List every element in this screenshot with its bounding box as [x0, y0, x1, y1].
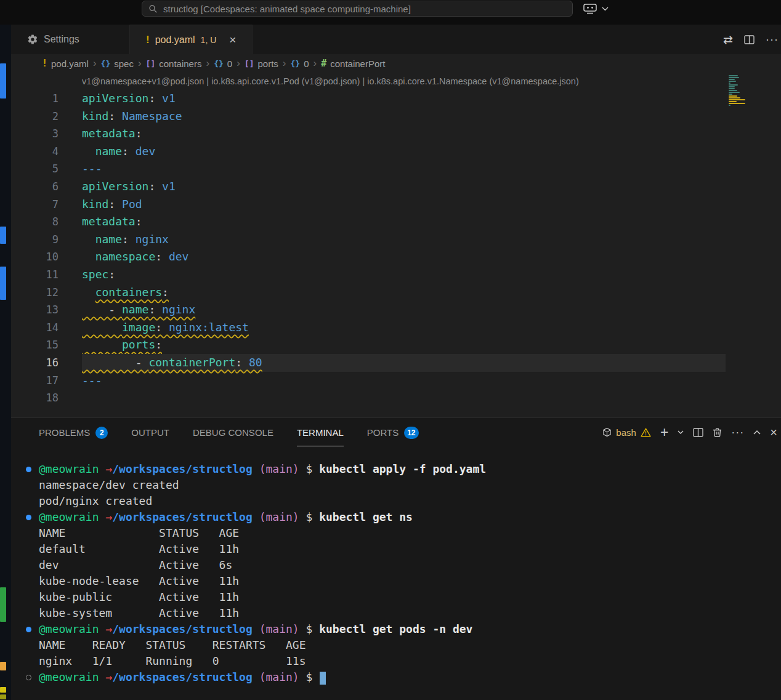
tab-ports[interactable]: PORTS 12 [367, 418, 419, 446]
breadcrumb: ! pod.yaml › {} spec › [] containers › {… [11, 54, 781, 73]
tab-terminal[interactable]: TERMINAL [297, 418, 344, 446]
editor-lines: 1apiVersion: v12kind: Namespace3metadata… [11, 90, 781, 407]
editor-line[interactable]: 7kind: Pod [11, 196, 781, 214]
yaml-schema-lens[interactable]: v1@namespace+v1@pod.json | io.k8s.api.co… [11, 73, 726, 90]
breadcrumb-item-0b[interactable]: {} 0 [291, 58, 309, 69]
terminal-line: kube-system Active 11h [39, 605, 781, 621]
split-editor-icon[interactable] [744, 35, 755, 44]
chevron-separator-icon: › [138, 57, 142, 70]
editor-line[interactable]: 18 [11, 389, 781, 407]
panel-tab-label: PROBLEMS [39, 427, 90, 438]
code-text: containers: [82, 284, 726, 302]
editor-line[interactable]: 15 ports: [11, 336, 781, 354]
editor-line[interactable]: 17--- [11, 372, 781, 390]
line-number: 1 [11, 90, 59, 108]
command-success-decoration[interactable] [26, 627, 31, 632]
line-number: 8 [11, 213, 59, 231]
breadcrumb-label: containers [159, 58, 201, 69]
editor-tabs: Settings ! pod.yaml 1, U × ⇄ ··· [11, 25, 781, 54]
command-center-search[interactable]: structlog [Codespaces: animated space co… [142, 1, 573, 17]
line-number: 2 [11, 108, 59, 126]
minimap-line [729, 84, 738, 86]
panel-tab-bar: PROBLEMS 2 OUTPUT DEBUG CONSOLE TERMINAL… [11, 418, 781, 446]
minimap-line [729, 95, 737, 97]
code-text: - containerPort: 80 [82, 354, 726, 372]
command-success-decoration[interactable] [26, 467, 31, 472]
schema-text: v1@namespace+v1@pod.json | io.k8s.api.co… [82, 76, 579, 86]
editor[interactable]: 1apiVersion: v12kind: Namespace3metadata… [11, 90, 781, 417]
terminal-line: @meowrain →/workspaces/structlog (main) … [39, 461, 781, 477]
terminal-line: kube-public Active 11h [39, 589, 781, 605]
breadcrumb-item-file[interactable]: ! pod.yaml [42, 58, 89, 69]
breadcrumb-label: spec [114, 58, 134, 69]
new-terminal-icon[interactable]: + [660, 425, 668, 440]
editor-line[interactable]: 4 name: dev [11, 143, 781, 161]
editor-line[interactable]: 10 namespace: dev [11, 248, 781, 266]
line-number: 16 [11, 354, 59, 372]
minimap-line [729, 90, 737, 91]
editor-line[interactable]: 6apiVersion: v1 [11, 178, 781, 196]
code-text: apiVersion: v1 [82, 90, 726, 108]
activity-bar-decoration [0, 694, 6, 699]
close-panel-icon[interactable]: × [770, 426, 777, 438]
activity-bar-decoration [0, 267, 6, 300]
editor-line[interactable]: 1apiVersion: v1 [11, 90, 781, 108]
command-pending-decoration[interactable] [26, 675, 31, 680]
editor-line[interactable]: 8metadata: [11, 213, 781, 231]
command-success-decoration[interactable] [26, 515, 31, 520]
minimap-line [729, 81, 736, 82]
editor-line[interactable]: 16 - containerPort: 80 [11, 354, 781, 372]
editor-line[interactable]: 9 name: nginx [11, 231, 781, 249]
terminal-line: nginx 1/1 Running 0 11s [39, 653, 781, 669]
terminal-profile-selector[interactable]: bash [602, 427, 651, 438]
editor-line[interactable]: 12 containers: [11, 284, 781, 302]
activity-bar-decoration [0, 587, 6, 622]
split-terminal-icon[interactable] [693, 428, 703, 437]
editor-line[interactable]: 13 - name: nginx [11, 301, 781, 319]
terminal[interactable]: @meowrain →/workspaces/structlog (main) … [11, 446, 781, 685]
tab-debug-console[interactable]: DEBUG CONSOLE [193, 418, 273, 446]
tab-problems[interactable]: PROBLEMS 2 [39, 418, 108, 446]
code-text: --- [82, 160, 726, 178]
panel-toolbar: bash + ··· × [602, 425, 781, 440]
breadcrumb-item-ports[interactable]: [] ports [245, 58, 278, 69]
line-number: 5 [11, 160, 59, 178]
code-text: spec: [82, 266, 726, 284]
line-number: 17 [11, 372, 59, 390]
terminal-lines: @meowrain →/workspaces/structlog (main) … [39, 461, 781, 685]
minimap-line [729, 75, 738, 76]
minimap[interactable] [729, 75, 747, 108]
breadcrumb-item-0[interactable]: {} 0 [214, 58, 232, 69]
activity-bar [0, 25, 11, 700]
code-text: metadata: [82, 125, 726, 143]
more-actions-icon[interactable]: ··· [731, 426, 744, 439]
compare-changes-icon[interactable]: ⇄ [723, 33, 733, 47]
ports-count-badge: 12 [404, 427, 418, 439]
editor-line[interactable]: 11spec: [11, 266, 781, 284]
activity-bar-decoration [0, 662, 6, 670]
tab-settings[interactable]: Settings [11, 25, 130, 54]
kill-terminal-icon[interactable] [713, 427, 722, 437]
remote-indicator[interactable] [583, 3, 609, 14]
tab-pod-yaml[interactable]: ! pod.yaml 1, U × [130, 25, 253, 54]
code-text: metadata: [82, 213, 726, 231]
tab-output[interactable]: OUTPUT [131, 418, 169, 446]
maximize-panel-icon[interactable] [753, 430, 761, 435]
line-number: 10 [11, 248, 59, 266]
editor-line[interactable]: 3metadata: [11, 125, 781, 143]
terminal-line: kube-node-lease Active 11h [39, 573, 781, 589]
breadcrumb-item-containerport[interactable]: # containerPort [321, 58, 385, 69]
breadcrumb-item-spec[interactable]: {} spec [101, 58, 134, 69]
line-number: 12 [11, 284, 59, 302]
minimap-line [729, 101, 737, 102]
editor-line[interactable]: 2kind: Namespace [11, 108, 781, 126]
terminal-line: pod/nginx created [39, 493, 781, 509]
more-actions-icon[interactable]: ··· [766, 33, 779, 46]
launch-profile-chevron-icon[interactable] [678, 430, 684, 435]
panel-tab-label: PORTS [367, 427, 399, 438]
editor-line[interactable]: 5--- [11, 160, 781, 178]
close-tab-icon[interactable]: × [229, 34, 236, 46]
editor-toolbar: ⇄ ··· [723, 25, 781, 54]
breadcrumb-item-containers[interactable]: [] containers [146, 58, 202, 69]
editor-line[interactable]: 14 image: nginx:latest [11, 319, 781, 337]
